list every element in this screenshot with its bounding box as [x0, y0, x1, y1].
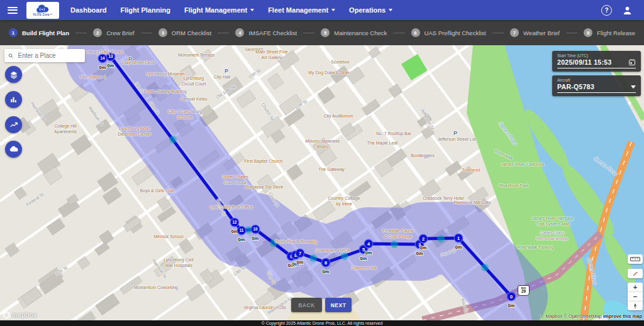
map-label: Clay Street Deck	[122, 60, 155, 66]
chevron-down-icon	[331, 9, 335, 11]
building	[278, 50, 299, 70]
step-connector	[566, 33, 577, 33]
step-orm-checklist[interactable]: 3ORM Checklist	[158, 28, 211, 37]
route-midpoint-handle[interactable]	[270, 239, 277, 247]
draw-button[interactable]	[628, 269, 643, 278]
calendar-icon[interactable]	[628, 58, 636, 66]
help-icon[interactable]: ?	[601, 5, 612, 16]
building	[374, 159, 393, 177]
route-midpoint-handle[interactable]	[245, 226, 252, 234]
map-label: No. 7 Rooftop Bar	[376, 131, 411, 137]
waypoint-marker[interactable]	[507, 292, 516, 301]
building	[70, 85, 88, 102]
search-input[interactable]	[16, 52, 81, 60]
zoom-out-button[interactable]: −	[628, 291, 643, 301]
nav-item-flight-planning[interactable]: Flight Planning	[120, 6, 170, 14]
measure-button[interactable]	[628, 254, 643, 264]
waypoint-marker[interactable]	[364, 239, 373, 248]
account-icon[interactable]	[622, 5, 633, 16]
business-route-dash	[423, 234, 601, 320]
route-midpoint-handle[interactable]	[437, 235, 445, 242]
street-line	[189, 45, 394, 320]
waypoint-marker[interactable]	[419, 234, 428, 243]
waypoint-marker[interactable]	[415, 240, 424, 249]
building	[468, 187, 489, 205]
step-label: IMSAFE Checklist	[248, 30, 297, 36]
nav-item-flight-management[interactable]: Flight Management	[184, 6, 254, 14]
waypoint-marker[interactable]	[291, 251, 300, 259]
compass-needle-icon	[633, 303, 638, 310]
step-number: 3	[158, 28, 167, 37]
map-label: Virginia Laundry Lofts	[243, 305, 286, 311]
map-label: Boys & Girls Club	[140, 188, 175, 194]
telemetry-button[interactable]	[5, 116, 22, 133]
building	[331, 66, 350, 83]
compass-button[interactable]	[628, 301, 643, 310]
back-button[interactable]: BACK	[291, 298, 322, 312]
chevron-down-icon[interactable]	[631, 85, 636, 89]
map-label: Main St	[460, 298, 469, 313]
zoom-in-button[interactable]: +	[628, 283, 643, 291]
map-canvas[interactable]: 140m130m120m110m100m90m80m70m60m50m40m30…	[0, 45, 644, 320]
waypoint-altitude-label: 0m	[292, 261, 299, 267]
building	[120, 276, 142, 294]
building	[369, 47, 380, 58]
route-midpoint-handle[interactable]	[169, 136, 177, 143]
building	[447, 216, 469, 236]
building	[58, 198, 79, 218]
building	[47, 218, 65, 235]
nav-item-fleet-management[interactable]: Fleet Management	[268, 6, 335, 14]
step-uas-preflight-checklist[interactable]: 6UAS Preflight Checklist	[411, 28, 486, 37]
waypoint-marker[interactable]	[359, 245, 368, 254]
waypoint-marker[interactable]	[237, 226, 246, 235]
map-attribution: © Mapbox © OpenStreetMap Improve this ma…	[541, 313, 642, 319]
charts-button[interactable]	[5, 91, 22, 108]
map-label: Lynchburg CivilWar Hospitals	[164, 258, 194, 269]
mapbox-logo-icon	[3, 312, 10, 318]
street-line	[0, 45, 644, 320]
layers-button[interactable]	[5, 66, 22, 83]
waypoint-marker[interactable]	[454, 234, 463, 242]
step-imsafe-checklist[interactable]: 4IMSAFE Checklist	[235, 28, 297, 37]
map-label: James River	[497, 121, 518, 147]
step-maintenance-check[interactable]: 5Maintenance Check	[321, 28, 387, 37]
waypoint-altitude-label: 0m	[420, 245, 427, 251]
street-line	[0, 45, 644, 320]
route-midpoint-handle[interactable]	[481, 264, 489, 271]
step-crew-brief[interactable]: 2Crew Brief	[93, 28, 134, 37]
building	[343, 124, 363, 141]
start-time-value[interactable]: 2025/09/11 15:53	[557, 58, 612, 66]
waypoint-marker[interactable]	[98, 54, 107, 63]
mapbox-logo: mapbox	[3, 312, 37, 318]
route-midpoint-handle[interactable]	[341, 253, 348, 260]
waypoint-marker[interactable]	[251, 225, 260, 234]
step-flight-release[interactable]: 8Flight Release	[584, 28, 635, 37]
nav-item-dashboard[interactable]: Dashboard	[70, 6, 106, 14]
map-label: Lynchburg Museum	[146, 72, 184, 77]
waypoint-marker[interactable]	[296, 249, 304, 258]
map-label: Minnick School	[153, 234, 183, 240]
improve-map-link[interactable]: Improve this map	[603, 313, 642, 319]
waypoint-marker[interactable]	[106, 52, 115, 61]
weather-button[interactable]	[5, 141, 22, 158]
step-weather-brief[interactable]: 7Weather Brief	[510, 28, 560, 37]
building	[362, 99, 380, 116]
app-logo[interactable]: FLITE Core™	[26, 2, 59, 19]
hamburger-menu-icon[interactable]	[8, 7, 18, 14]
building	[36, 99, 59, 121]
aircraft-select-value[interactable]: PAR-Q5783	[557, 83, 594, 90]
building	[39, 272, 64, 294]
step-build-flight-plan[interactable]: 1Build Flight Plan	[9, 28, 69, 37]
waypoint-marker[interactable]	[287, 252, 296, 261]
waypoint-marker[interactable]	[230, 218, 239, 227]
building	[170, 177, 183, 188]
waypoint-altitude-label: 0m	[365, 250, 372, 256]
map-label: Harrison St	[29, 101, 46, 122]
waypoint-marker[interactable]	[321, 258, 330, 267]
route-midpoint-handle[interactable]	[309, 254, 317, 262]
nav-item-operations[interactable]: Operations	[349, 6, 392, 14]
next-button[interactable]: NEXT	[325, 298, 352, 312]
building	[73, 312, 96, 320]
route-midpoint-handle[interactable]	[391, 241, 398, 248]
building	[198, 150, 220, 168]
